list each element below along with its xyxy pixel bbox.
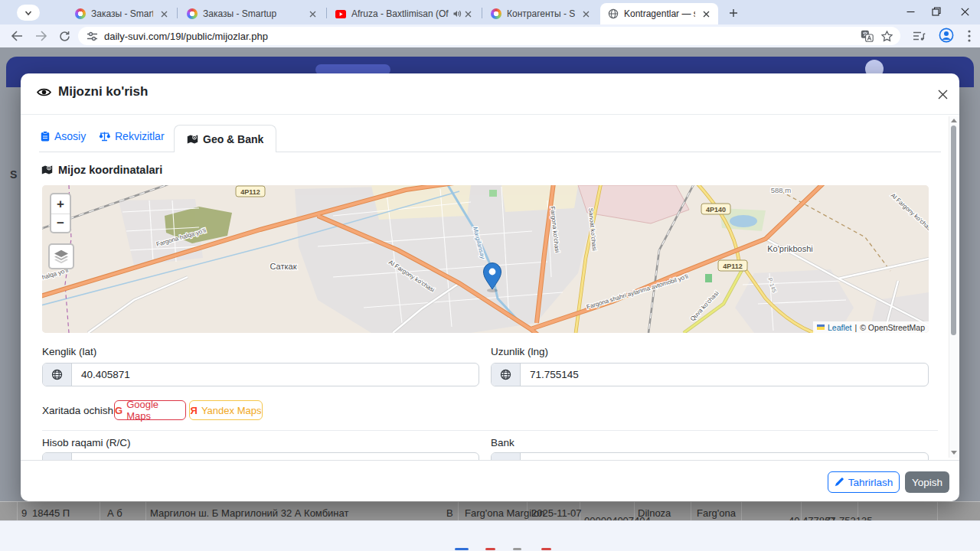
road-shield: 4P112 (240, 188, 260, 196)
yandex-maps-button[interactable]: Я Yandex Maps (189, 400, 263, 420)
tab-geo-bank[interactable]: Geo & Bank (174, 125, 276, 152)
back-button[interactable] (9, 28, 24, 44)
yandex-maps-label: Yandex Maps (201, 405, 262, 416)
attribution-separator: | (854, 323, 857, 332)
row-address: Маргилон ш. Б Маргилоний 32 А Комбинат (150, 507, 348, 519)
ukraine-flag-icon (817, 324, 825, 330)
map-layers-button[interactable] (48, 243, 74, 269)
tab-close-icon[interactable] (158, 8, 170, 20)
scroll-up-arrow[interactable] (951, 119, 957, 122)
google-g-icon: G (115, 405, 122, 416)
tab-audio-icon[interactable] (453, 10, 462, 18)
row-city: Farg'ona (697, 507, 736, 519)
map-zoom-control: + − (50, 193, 71, 233)
leaflet-map[interactable]: Fargona halqa yo'li Fargona halqa yo'li … (42, 185, 929, 333)
modal-footer: Tahrirlash Yopish (21, 460, 959, 501)
tab-separator (482, 8, 482, 18)
tab-close-icon[interactable] (580, 8, 592, 20)
row-name: Dilnoza (638, 507, 671, 519)
close-modal-button[interactable]: Yopish (905, 471, 949, 493)
browser-menu-button[interactable] (962, 28, 977, 44)
bank-input[interactable] (521, 453, 928, 460)
tab-search-button[interactable] (17, 5, 40, 21)
cloud-indicator (541, 548, 551, 550)
tab-close-icon[interactable] (462, 8, 474, 20)
reload-button[interactable] (57, 28, 72, 44)
smartup-favicon (75, 8, 86, 19)
close-button-label: Yopish (912, 477, 942, 488)
browser-tab-active[interactable]: Kontragentlar — stacked moda (600, 3, 718, 24)
tab-rekvizitlar[interactable]: Rekvizitlar (99, 130, 165, 142)
browser-tab-1[interactable]: Заказы - Smartup (67, 3, 176, 24)
section-divider (42, 430, 938, 431)
account-addon (43, 453, 72, 460)
plus-icon (729, 8, 738, 18)
tab-close-icon[interactable] (306, 8, 318, 20)
new-tab-button[interactable] (726, 5, 741, 21)
tab-close-icon[interactable] (700, 8, 712, 20)
restore-icon (932, 7, 941, 16)
layers-icon (54, 249, 69, 263)
scroll-down-arrow[interactable] (951, 451, 957, 455)
bank-label: Bank (491, 437, 514, 448)
media-controls-button[interactable] (911, 28, 926, 44)
browser-tab-2[interactable]: Заказы - Smartup (179, 3, 325, 24)
background-text-fragment: S (10, 168, 17, 181)
edit-button[interactable]: Tahrirlash (828, 471, 900, 493)
forward-button[interactable] (34, 28, 49, 44)
map-icon (41, 165, 53, 175)
zoom-out-button[interactable]: − (51, 214, 70, 233)
map-pin-icon (187, 134, 198, 145)
tab-title: Заказы - Smartup (203, 8, 302, 19)
tab-label: Geo & Bank (203, 133, 263, 145)
translate-icon[interactable] (861, 30, 874, 42)
profile-avatar[interactable] (939, 28, 954, 43)
place-label-satkak: Саткак (270, 262, 297, 271)
leaflet-link[interactable]: Leaflet (828, 323, 852, 332)
tab-title: Kontragentlar — stacked moda (624, 8, 695, 19)
google-maps-button[interactable]: G Google Maps (114, 400, 186, 420)
lat-input[interactable]: 40.405871 (72, 364, 479, 386)
clipboard-icon (41, 131, 50, 142)
bookmark-star-icon[interactable] (881, 31, 893, 42)
section-title: Mijoz koordinatalari (58, 164, 162, 176)
globe-icon (492, 364, 521, 386)
row-flag: В (446, 507, 453, 519)
address-bar[interactable]: daily-suvi.com/19l/public/mijozlar.php (78, 27, 900, 45)
url-text[interactable]: daily-suvi.com/19l/public/mijozlar.php (104, 31, 861, 42)
site-settings-icon[interactable] (87, 31, 98, 42)
modal-close-button[interactable] (933, 85, 952, 103)
scales-icon (99, 131, 110, 142)
smartup-favicon (187, 8, 198, 19)
row-fragment: А б (107, 507, 122, 519)
zoom-in-button[interactable]: + (51, 194, 70, 214)
eye-icon (37, 87, 51, 97)
open-in-maps-label: Xaritada ochish (42, 405, 113, 416)
window-close-button[interactable] (952, 0, 978, 23)
elevation-label: 588 m (771, 186, 791, 194)
youtube-favicon (335, 10, 346, 18)
row-date: 2025-11-07 (531, 507, 582, 519)
section-title-group: Mijoz koordinatalari (41, 164, 162, 176)
browser-tab-3[interactable]: Afruza - Baxtlimisan (Officia (328, 3, 480, 24)
road-shield: 4P112 (723, 262, 743, 270)
modal-title-group: Mijozni ko'rish (37, 84, 148, 99)
window-restore-button[interactable] (923, 0, 949, 23)
tab-title: Afruza - Baxtlimisan (Officia (351, 8, 449, 19)
lng-input-group: 71.755145 (491, 363, 929, 386)
row-code: 18445 П (32, 507, 70, 519)
background-table-row: 9 18445 П А б Маргилон ш. Б Маргилоний 3… (0, 501, 980, 520)
window-minimize-button[interactable] (897, 0, 923, 23)
bank-input-group (491, 452, 929, 460)
browser-tab-4[interactable]: Контрагенты - Smartup (483, 3, 598, 24)
lng-input[interactable]: 71.755145 (521, 364, 928, 386)
osm-link[interactable]: © OpenStreetMap (860, 323, 925, 332)
account-input[interactable] (72, 453, 479, 460)
tab-asosiy[interactable]: Asosiy (41, 130, 86, 142)
scrollbar-thumb[interactable] (951, 126, 956, 335)
chevron-down-icon (24, 8, 33, 18)
yandex-ya-icon: Я (191, 405, 198, 416)
globe-icon (43, 364, 72, 386)
modal-scrollbar[interactable] (949, 116, 958, 458)
close-icon (938, 90, 948, 99)
